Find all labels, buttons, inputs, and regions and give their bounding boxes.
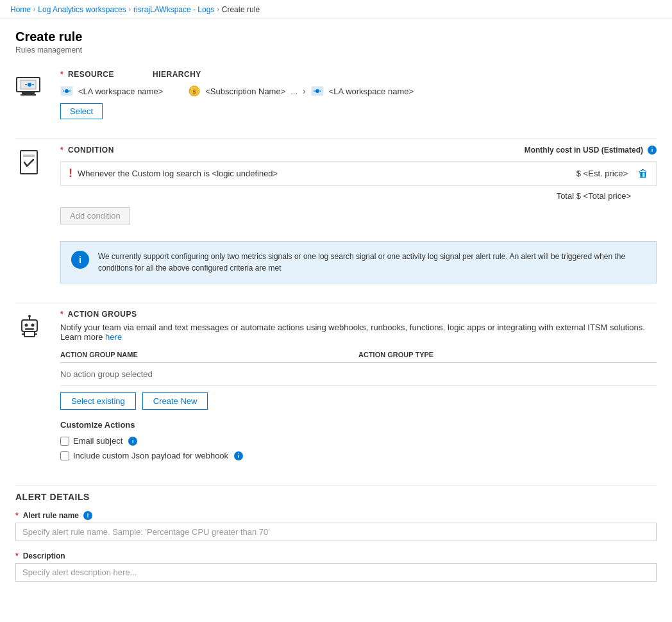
hierarchy-label-col: HIERARCHY [153,70,201,79]
create-new-button[interactable]: Create New [142,392,208,410]
monthly-cost-label: Monthly cost in USD (Estimated) [525,146,643,155]
hierarchy-section-label: HIERARCHY [153,70,201,79]
info-banner: i We currently support configuring only … [60,241,657,283]
ag-no-group-row: No action group selected [60,363,657,386]
condition-required-star: * [60,146,63,155]
svg-point-21 [31,324,35,327]
resource-section-label: * RESOURCE [60,70,114,79]
select-existing-button[interactable]: Select existing [60,392,136,410]
condition-row: ! Whenever the Custom log search is <log… [60,161,657,186]
email-subject-info-icon[interactable]: i [128,437,137,446]
resource-name-row: <LA workspace name> [60,86,163,96]
alert-description-input[interactable] [15,563,657,582]
json-payload-label: Include custom Json payload for webhook [73,451,228,460]
condition-icon [15,146,47,283]
hierarchy-dots: ... [290,87,298,96]
ag-learn-more-link[interactable]: here [105,332,122,342]
customize-actions-title: Customize Actions [60,420,657,430]
ag-col-name: ACTION GROUP NAME [60,347,358,363]
condition-label-text: CONDITION [68,146,114,155]
rule-name-label-text: Alert rule name [23,511,79,520]
svg-point-8 [65,89,69,93]
condition-section: * CONDITION Monthly cost in USD (Estimat… [15,146,657,283]
svg-point-20 [25,324,28,327]
condition-section-label: * CONDITION [60,146,114,155]
breadcrumb-sep-2: › [129,6,131,13]
email-subject-checkbox[interactable] [60,437,69,446]
ag-col-type: ACTION GROUP TYPE [358,347,657,363]
condition-cost-cell: $ <Est. price> [576,169,628,178]
svg-rect-2 [22,92,35,94]
alert-rule-name-group: * Alert rule name i [15,511,657,551]
breadcrumb-workspaces[interactable]: Log Analytics workspaces [38,5,126,14]
page-title: Create rule [15,29,657,44]
email-subject-row: Email subject i [60,436,657,446]
svg-rect-25 [24,332,35,337]
breadcrumb-current: Create rule [222,5,260,14]
ag-buttons-row: Select existing Create New [60,392,657,410]
condition-text-cell: ! Whenever the Custom log search is <log… [69,167,576,180]
subscription-icon: $ [189,85,200,97]
resource-required-star: * [60,70,63,79]
svg-rect-18 [23,155,35,157]
breadcrumb-home[interactable]: Home [10,5,31,14]
svg-rect-17 [21,151,37,174]
condition-error-icon: ! [69,167,72,180]
resource-workspace-name: <LA workspace name> [78,87,163,96]
description-label-text: Description [23,551,65,560]
breadcrumb: Home › Log Analytics workspaces › risraj… [10,5,260,14]
add-condition-button[interactable]: Add condition [60,207,130,224]
select-resource-button[interactable]: Select [60,103,103,119]
page-subtitle: Rules management [15,46,657,55]
la-workspace-icon-2 [311,86,324,96]
monthly-cost-info-icon[interactable]: i [648,146,657,155]
json-payload-checkbox[interactable] [60,451,69,460]
ag-notify-span: Notify your team via email and text mess… [60,323,645,342]
condition-content: * CONDITION Monthly cost in USD (Estimat… [60,146,657,283]
json-payload-info-icon[interactable]: i [234,451,243,460]
json-payload-row: Include custom Json payload for webhook … [60,451,657,460]
breadcrumb-sep-1: › [33,6,35,13]
alert-description-group: * Description [15,551,657,592]
svg-text:$: $ [193,88,196,95]
svg-point-4 [28,83,31,87]
alert-description-label: * Description [15,551,657,560]
resource-label-col: * RESOURCE [60,70,114,79]
resource-section: * RESOURCE HIERARCHY < [15,70,657,119]
condition-total: Total $ <Total price> [60,191,657,201]
condition-description: Whenever the Custom log search is <logic… [78,169,278,178]
condition-delete-button[interactable]: 🗑 [638,168,648,180]
action-groups-table: ACTION GROUP NAME ACTION GROUP TYPE No a… [60,347,657,386]
alert-rule-required-star: * [15,511,19,520]
hierarchy-row: $ <Subscription Name> ... › <LA workspac… [189,85,657,97]
info-banner-text: We currently support configuring only tw… [98,251,646,274]
info-banner-icon: i [71,251,89,269]
action-groups-icon [15,310,47,466]
alert-details-label: ALERT DETAILS [15,492,657,502]
action-groups-section-label: * ACTION GROUPS [60,310,657,319]
ag-no-group-text: No action group selected [60,363,657,386]
resource-icon [15,70,47,119]
alert-rule-name-input[interactable] [15,523,657,541]
hierarchy-subscription: <Subscription Name> [205,87,285,96]
desc-required-star: * [15,551,19,560]
ag-notify-text: Notify your team via email and text mess… [60,323,657,342]
svg-point-14 [315,89,319,93]
breadcrumb-sep-3: › [217,6,219,13]
resource-label-text: RESOURCE [68,70,114,79]
action-groups-content: * ACTION GROUPS Notify your team via ema… [60,310,657,466]
svg-point-24 [28,315,31,317]
svg-rect-3 [21,94,36,96]
condition-est-price: $ <Est. price> [576,169,628,178]
resource-content: * RESOURCE HIERARCHY < [60,70,657,119]
rule-name-info-icon[interactable]: i [83,511,92,520]
svg-rect-22 [25,328,34,330]
monthly-cost-header: Monthly cost in USD (Estimated) i [525,146,657,155]
alert-details-section: ALERT DETAILS * Alert rule name i * Desc… [15,492,657,592]
la-workspace-icon [60,86,73,96]
breadcrumb-logs[interactable]: risrajLAWkspace - Logs [133,5,214,14]
alert-rule-name-label: * Alert rule name i [15,511,657,520]
ag-required-star: * [60,310,63,319]
email-subject-label: Email subject [73,436,122,446]
ag-label-text: ACTION GROUPS [68,310,137,319]
